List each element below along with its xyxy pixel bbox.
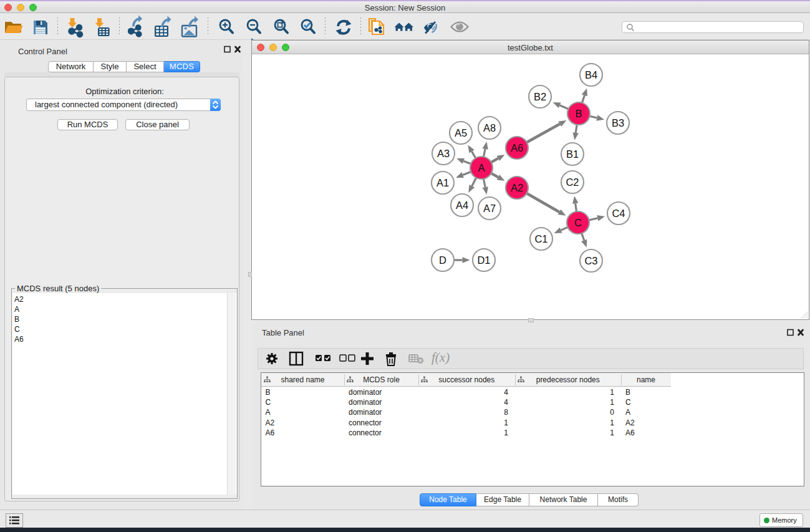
svg-text:C3: C3 xyxy=(584,255,597,266)
svg-text:C1: C1 xyxy=(534,233,547,244)
svg-text:A6: A6 xyxy=(511,142,523,153)
svg-text:D: D xyxy=(439,254,446,266)
svg-text:B3: B3 xyxy=(612,117,624,128)
svg-text:D1: D1 xyxy=(477,254,490,266)
svg-text:A4: A4 xyxy=(456,200,468,211)
svg-text:C4: C4 xyxy=(612,208,625,219)
svg-text:A2: A2 xyxy=(511,182,523,193)
svg-text:A3: A3 xyxy=(437,148,450,159)
svg-text:B1: B1 xyxy=(566,148,579,160)
svg-text:B4: B4 xyxy=(585,69,597,80)
svg-text:A8: A8 xyxy=(483,122,496,133)
svg-text:C: C xyxy=(574,217,582,228)
svg-text:A7: A7 xyxy=(483,203,496,214)
svg-text:A5: A5 xyxy=(455,127,467,138)
svg-text:B: B xyxy=(575,108,582,119)
svg-text:C2: C2 xyxy=(566,177,579,188)
svg-text:B2: B2 xyxy=(534,91,546,102)
svg-text:A1: A1 xyxy=(436,177,449,188)
svg-text:A: A xyxy=(478,162,485,173)
